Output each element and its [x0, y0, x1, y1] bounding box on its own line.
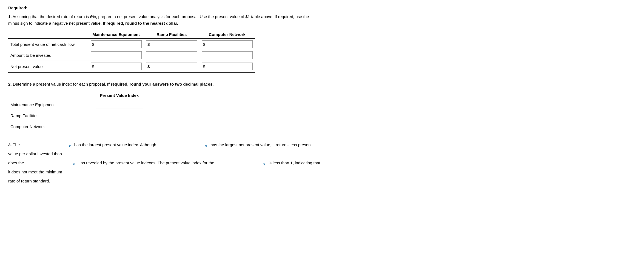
q1-number: 1. — [8, 14, 12, 19]
q1-table: Maintenance Equipment Ramp Facilities Co… — [8, 31, 255, 73]
q1-row1-input2-cell: $ — [144, 39, 200, 50]
dollar-sign: $ — [91, 41, 95, 47]
q3-select2[interactable]: Maintenance Equipment Ramp Facilities Co… — [158, 144, 208, 149]
q2-row3-label: Computer Network — [8, 121, 93, 132]
q1-row1-input2[interactable] — [151, 41, 197, 48]
q2-row2-input-cell — [93, 110, 145, 121]
q3-s3: rate of return standard. — [8, 179, 50, 183]
table-row: Ramp Facilities — [8, 110, 145, 121]
q1-bold: If required, round to the nearest dollar… — [103, 21, 178, 26]
q1-row3-input3-wrapper: $ — [202, 63, 253, 70]
q1-row2-input2-cell — [144, 50, 200, 61]
q1-row2-input1-cell — [89, 50, 144, 61]
q1-row1-input3-wrapper: $ — [202, 40, 253, 48]
q2-empty-header — [8, 92, 93, 99]
table-row: Total present value of net cash flow $ $ — [8, 39, 255, 50]
question-3-block: 3. The Maintenance Equipment Ramp Facili… — [8, 140, 321, 185]
q1-row3-input2[interactable] — [151, 63, 197, 70]
q1-row2-input3[interactable] — [202, 52, 253, 59]
q3-s2-mid: , as revealed by the present value index… — [78, 161, 214, 165]
dollar-sign: $ — [146, 64, 151, 69]
q1-row1-input3[interactable] — [206, 41, 252, 48]
q1-row3-input1-wrapper: $ — [91, 63, 142, 70]
q3-select4-wrapper: Maintenance Equipment Ramp Facilities Co… — [216, 162, 266, 167]
q3-select3[interactable]: Maintenance Equipment Ramp Facilities Co… — [26, 162, 76, 167]
q1-row3-input3-cell: $ — [200, 61, 255, 72]
table-row: Maintenance Equipment — [8, 99, 145, 110]
q1-row2-input2[interactable] — [146, 52, 197, 59]
q1-col-ramp: Ramp Facilities — [144, 31, 200, 39]
q1-row1-label: Total present value of net cash flow — [8, 39, 89, 50]
q2-pv-header: Present Value Index — [93, 92, 145, 99]
q1-table-section: Maintenance Equipment Ramp Facilities Co… — [8, 31, 321, 73]
q3-select3-wrapper: Maintenance Equipment Ramp Facilities Co… — [26, 162, 76, 167]
q1-row3-input1[interactable] — [95, 63, 141, 70]
q2-row3-input-cell — [93, 121, 145, 132]
q3-number: 3. — [8, 142, 12, 147]
q1-col-computer: Computer Network — [200, 31, 255, 39]
q3-s1-mid: has the largest present value index. Alt… — [74, 142, 156, 147]
q1-row2-input1-wrapper — [91, 51, 142, 59]
q1-col-maintenance: Maintenance Equipment — [89, 31, 144, 39]
q2-row2-input-wrapper — [96, 112, 143, 119]
q2-row3-input-wrapper — [96, 123, 143, 130]
q2-row1-input-cell — [93, 99, 145, 110]
q2-row3-input[interactable] — [96, 123, 143, 130]
table-row: Amount to be invested — [8, 50, 255, 61]
q1-row3-input1-cell: $ — [89, 61, 144, 72]
q3-sentences: 3. The Maintenance Equipment Ramp Facili… — [8, 140, 321, 185]
q2-row2-label: Ramp Facilities — [8, 110, 93, 121]
q2-bold: If required, round your answers to two d… — [107, 82, 213, 86]
q3-s2-pre: does the — [8, 161, 24, 165]
q1-row3-input2-cell: $ — [144, 61, 200, 72]
q1-row2-input3-wrapper — [202, 51, 253, 59]
q2-number: 2. — [8, 82, 12, 86]
q1-row2-input1[interactable] — [91, 52, 142, 59]
question-2-text: 2. Determine a present value index for e… — [8, 81, 321, 88]
q1-row2-input3-cell — [200, 50, 255, 61]
table-row: Net present value $ $ — [8, 61, 255, 72]
q2-table: Present Value Index Maintenance Equipmen… — [8, 92, 145, 132]
q1-row2-label: Amount to be invested — [8, 50, 89, 61]
q1-row1-input3-cell: $ — [200, 39, 255, 50]
dollar-sign: $ — [146, 41, 151, 47]
q2-row2-input[interactable] — [96, 112, 143, 119]
q1-row1-input2-wrapper: $ — [146, 40, 197, 48]
dollar-sign: $ — [91, 64, 95, 69]
q2-text-body: Determine a present value index for each… — [13, 82, 214, 86]
q3-select2-wrapper: Maintenance Equipment Ramp Facilities Co… — [158, 144, 208, 149]
q1-text-body: Assuming that the desired rate of return… — [8, 14, 309, 26]
q3-select1[interactable]: Maintenance Equipment Ramp Facilities Co… — [22, 144, 72, 149]
q2-row1-input[interactable] — [96, 101, 143, 108]
question-2-block: 2. Determine a present value index for e… — [8, 81, 321, 132]
q1-row1-input1-cell: $ — [89, 39, 144, 50]
question-1-block: 1. Assuming that the desired rate of ret… — [8, 13, 321, 73]
q3-select1-wrapper: Maintenance Equipment Ramp Facilities Co… — [22, 144, 72, 149]
q3-select4[interactable]: Maintenance Equipment Ramp Facilities Co… — [216, 162, 266, 167]
q1-row3-input2-wrapper: $ — [146, 63, 197, 70]
q1-col-empty-header — [8, 31, 89, 39]
q2-table-section: Present Value Index Maintenance Equipmen… — [8, 92, 321, 132]
question-1-text: 1. Assuming that the desired rate of ret… — [8, 13, 321, 27]
q2-row1-input-wrapper — [96, 101, 143, 108]
q3-s1-pre-text: The — [13, 142, 20, 147]
q1-row3-input3[interactable] — [206, 63, 252, 70]
q1-row2-input2-wrapper — [146, 51, 197, 59]
q2-row1-label: Maintenance Equipment — [8, 99, 93, 110]
dollar-sign: $ — [202, 41, 206, 47]
required-label: Required: — [8, 5, 321, 10]
q1-row1-input1-wrapper: $ — [91, 40, 142, 48]
q1-row1-input1[interactable] — [95, 41, 141, 48]
table-row: Computer Network — [8, 121, 145, 132]
q1-row3-label: Net present value — [8, 61, 89, 72]
dollar-sign: $ — [202, 64, 206, 69]
